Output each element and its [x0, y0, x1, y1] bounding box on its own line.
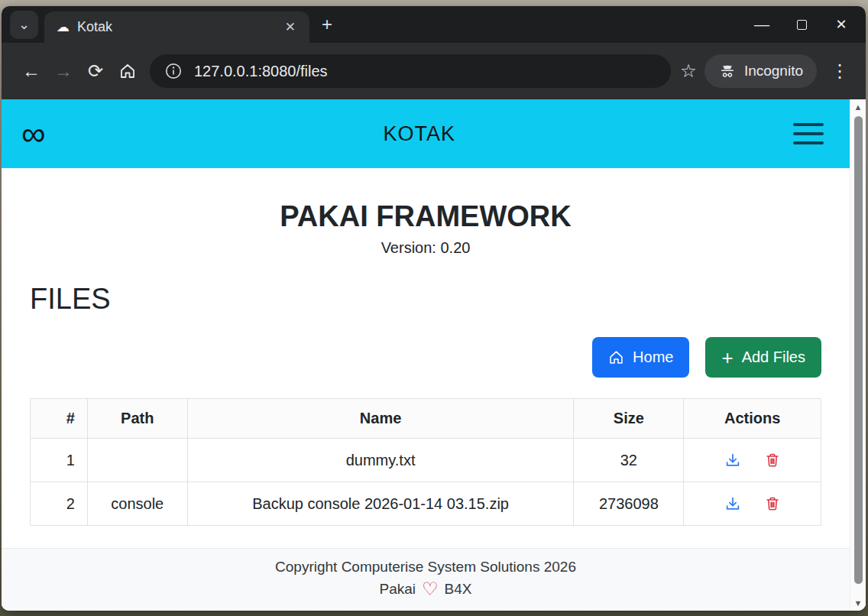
- column-header-path: Path: [87, 399, 187, 439]
- site-header: ∞ KOTAK: [2, 99, 850, 168]
- tab-search-button[interactable]: ⌄: [10, 11, 38, 39]
- scroll-down-icon[interactable]: ▼: [854, 595, 863, 611]
- browser-window: ⌄ ☁ Kotak ✕ + — ✕ ← → ⟳ 127.0.0.1:8080/f…: [2, 6, 866, 611]
- address-bar[interactable]: 127.0.0.1:8080/files: [150, 54, 671, 88]
- files-table: # Path Name Size Actions 1 dummy.txt 32: [30, 398, 821, 526]
- browser-home-button[interactable]: [112, 55, 144, 87]
- new-tab-button[interactable]: +: [322, 14, 332, 35]
- column-header-name: Name: [187, 399, 574, 439]
- cell-path: console: [87, 482, 187, 526]
- incognito-icon: [718, 62, 737, 80]
- delete-icon[interactable]: [764, 452, 781, 468]
- cell-num: 2: [31, 482, 88, 526]
- house-icon: [608, 349, 624, 365]
- credit-suffix: B4X: [445, 581, 472, 598]
- home-button-label: Home: [633, 349, 673, 366]
- page-title: PAKAI FRAMEWORK: [30, 200, 821, 233]
- tab-title: Kotak: [77, 19, 280, 35]
- heart-icon: ♡: [422, 580, 439, 598]
- credit-line: Pakai ♡ B4X: [2, 580, 850, 598]
- forward-button[interactable]: →: [47, 55, 79, 87]
- site-info-icon[interactable]: [162, 60, 185, 83]
- url-text[interactable]: 127.0.0.1:8080/files: [194, 63, 328, 80]
- infinity-logo-icon: ∞: [21, 117, 45, 151]
- download-icon[interactable]: [724, 452, 741, 468]
- web-page: ∞ KOTAK PAKAI FRAMEWORK Version: 0.20 FI…: [2, 99, 850, 611]
- page-scrollbar[interactable]: ▲ ▼: [850, 99, 866, 611]
- incognito-label: Incognito: [744, 63, 803, 79]
- browser-tab[interactable]: ☁ Kotak ✕: [44, 11, 309, 43]
- cell-name: Backup console 2026-01-14 03.15.zip: [187, 482, 574, 526]
- site-brand-title: KOTAK: [45, 122, 793, 146]
- table-row: 1 dummy.txt 32: [31, 439, 821, 482]
- delete-icon[interactable]: [764, 495, 781, 512]
- files-section-title: FILES: [30, 283, 821, 316]
- cloud-favicon-icon: ☁: [57, 19, 70, 35]
- maximize-icon: [797, 20, 807, 30]
- download-icon[interactable]: [724, 495, 741, 512]
- action-buttons-row: Home + Add Files: [30, 337, 821, 378]
- cell-actions: [684, 482, 821, 526]
- column-header-size: Size: [574, 399, 684, 439]
- incognito-badge: Incognito: [704, 54, 817, 88]
- reload-button[interactable]: ⟳: [79, 55, 112, 87]
- add-files-button-label: Add Files: [742, 349, 805, 366]
- cell-name: dummy.txt: [187, 439, 574, 482]
- version-text: Version: 0.20: [30, 239, 821, 257]
- table-row: 2 console Backup console 2026-01-14 03.1…: [31, 482, 821, 526]
- hamburger-menu-icon[interactable]: [793, 123, 824, 144]
- column-header-num: #: [31, 399, 88, 439]
- column-header-actions: Actions: [684, 399, 821, 439]
- cell-path: [87, 439, 187, 482]
- chevron-down-icon: ⌄: [18, 16, 30, 33]
- copyright-text: Copyright Computerise System Solutions 2…: [2, 559, 850, 575]
- scrollbar-thumb[interactable]: [854, 116, 863, 584]
- tab-close-icon[interactable]: ✕: [280, 16, 300, 38]
- main-content: PAKAI FRAMEWORK Version: 0.20 FILES Home…: [2, 168, 850, 526]
- window-caption-controls: — ✕: [742, 6, 866, 43]
- cell-actions: [684, 439, 821, 482]
- browser-menu-icon[interactable]: ⋮: [824, 60, 855, 82]
- page-area: ∞ KOTAK PAKAI FRAMEWORK Version: 0.20 FI…: [2, 99, 866, 611]
- browser-toolbar: ← → ⟳ 127.0.0.1:8080/files ☆ Incognito ⋮: [2, 43, 866, 99]
- bookmark-star-icon[interactable]: ☆: [680, 60, 697, 82]
- plus-icon: +: [721, 348, 733, 368]
- minimize-button[interactable]: —: [742, 6, 782, 43]
- home-icon: [118, 62, 137, 80]
- cell-num: 1: [31, 439, 88, 482]
- credit-prefix: Pakai: [380, 581, 416, 598]
- add-files-button[interactable]: + Add Files: [705, 337, 821, 378]
- cell-size: 2736098: [574, 482, 684, 526]
- cell-size: 32: [574, 439, 684, 482]
- table-header-row: # Path Name Size Actions: [31, 399, 821, 439]
- back-button[interactable]: ←: [15, 55, 47, 87]
- scroll-up-icon[interactable]: ▲: [854, 99, 863, 115]
- tab-strip: ⌄ ☁ Kotak ✕ + — ✕: [2, 6, 866, 43]
- home-button[interactable]: Home: [592, 337, 689, 378]
- close-window-button[interactable]: ✕: [821, 6, 861, 43]
- maximize-button[interactable]: [782, 6, 821, 43]
- site-footer: Copyright Computerise System Solutions 2…: [2, 548, 850, 611]
